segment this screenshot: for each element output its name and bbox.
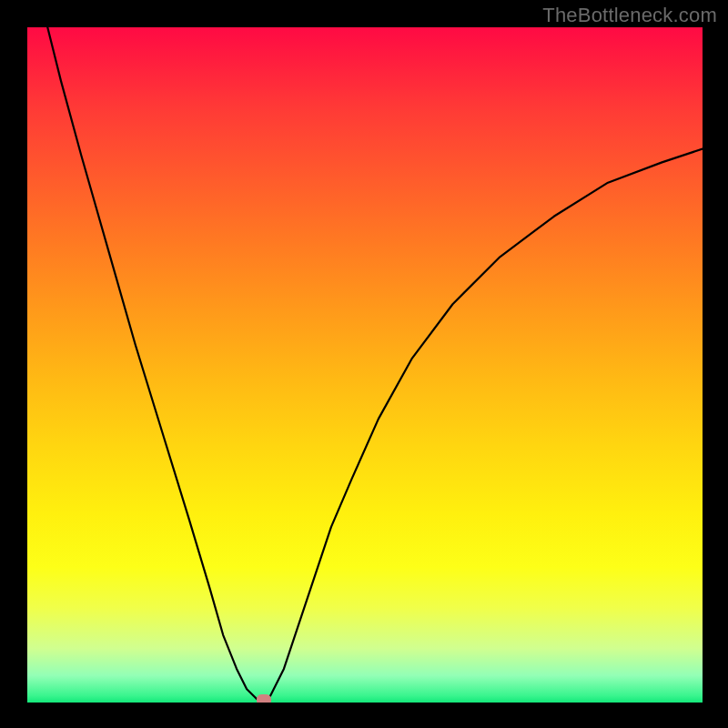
plot-area <box>27 27 703 703</box>
optimal-point-marker <box>257 694 271 703</box>
bottleneck-curve <box>47 27 703 703</box>
watermark-text: TheBottleneck.com <box>542 4 717 27</box>
curve-layer <box>27 27 703 703</box>
